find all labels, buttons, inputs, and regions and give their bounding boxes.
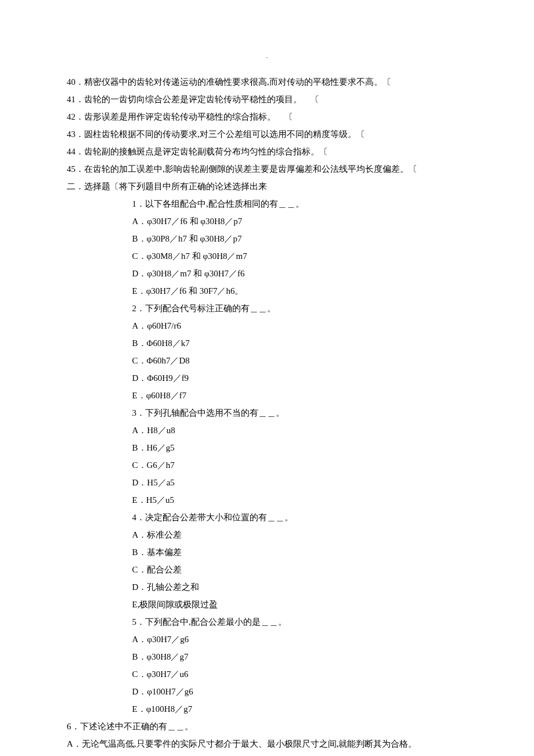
q6-option-a: A．无论气温高低,只要零件的实际尺寸都介于最大、最小极限尺寸之间,就能判断其为合… — [67, 735, 467, 753]
q2-option-a: A．φ60H7/r6 — [67, 317, 467, 334]
q1-option-e: E．φ30H7／f6 和 30F7／h6。 — [67, 282, 467, 300]
q2-option-b: B．Φ60H8／k7 — [67, 334, 467, 352]
document-page: . 40．精密仪器中的齿轮对传递运动的准确性要求很高,而对传动的平稳性要求不高。… — [0, 0, 534, 756]
q3-option-a: A．H8／u8 — [67, 422, 467, 439]
q3-option-c: C．G6／h7 — [67, 456, 467, 474]
tf-item-41: 41．齿轮的一齿切向综合公差是评定齿轮传动平稳性的项目。 〔 — [67, 91, 467, 108]
q1-option-d: D．φ30H8／m7 和 φ30H7／f6 — [67, 265, 467, 282]
q5-option-d: D．φ100H7／g6 — [67, 683, 467, 700]
header-dot: . — [67, 52, 467, 59]
q5-stem: 5．下列配合中,配合公差最小的是＿＿。 — [67, 613, 467, 631]
q1-option-a: A．φ30H7／f6 和 φ30H8／p7 — [67, 213, 467, 230]
tf-item-40: 40．精密仪器中的齿轮对传递运动的准确性要求很高,而对传动的平稳性要求不高。〔 — [67, 73, 467, 91]
q2-option-d: D．Φ60H9／f9 — [67, 369, 467, 387]
section-header-mc: 二．选择题〔将下列题目中所有正确的论述选择出来 — [67, 178, 467, 195]
q3-option-b: B．H6／g5 — [67, 439, 467, 456]
q4-option-e: E,极限间隙或极限过盈 — [67, 596, 467, 613]
q1-option-b: B．φ30P8／h7 和 φ30H8／p7 — [67, 230, 467, 247]
q5-option-a: A．φ30H7／g6 — [67, 631, 467, 648]
q5-option-b: B．φ30H8／g7 — [67, 648, 467, 665]
q4-option-b: B．基本偏差 — [67, 543, 467, 561]
q5-option-c: C．φ30H7／u6 — [67, 665, 467, 683]
q4-option-c: C．配合公差 — [67, 561, 467, 578]
q1-stem: 1．以下各组配合中,配合性质相同的有＿＿。 — [67, 195, 467, 213]
q1-option-c: C．φ30M8／h7 和 φ30H8／m7 — [67, 247, 467, 265]
q4-stem: 4．决定配合公差带大小和位置的有＿＿。 — [67, 509, 467, 526]
tf-item-42: 42．齿形误差是用作评定齿轮传动平稳性的综合指标。 〔 — [67, 108, 467, 125]
tf-item-43: 43．圆柱齿轮根据不同的传动要求,对三个公差组可以选用不同的精度等级。〔 — [67, 125, 467, 143]
q2-stem: 2．下列配合代号标注正确的有＿＿。 — [67, 300, 467, 317]
q4-option-d: D．孔轴公差之和 — [67, 578, 467, 596]
tf-item-45: 45．在齿轮的加工误差中,影响齿轮副侧隙的误差主要是齿厚偏差和公法线平均长度偏差… — [67, 160, 467, 178]
q2-option-e: E．φ60H8／f7 — [67, 387, 467, 404]
q5-option-e: E．φ100H8／g7 — [67, 700, 467, 718]
q6-option-b: B．一批零件的实际尺寸最大为 20．01mm,最小为 19．98mm,则可知该零… — [67, 753, 467, 756]
q4-option-a: A．标准公差 — [67, 526, 467, 543]
tf-item-44: 44．齿轮副的接触斑点是评定齿轮副载荷分布均匀性的综合指标。〔 — [67, 143, 467, 160]
q3-option-d: D．H5／a5 — [67, 474, 467, 491]
q6-stem: 6．下述论述中不正确的有＿＿。 — [67, 718, 467, 735]
q3-stem: 3．下列孔轴配合中选用不当的有＿＿。 — [67, 404, 467, 422]
q3-option-e: E．H5／u5 — [67, 491, 467, 509]
q2-option-c: C．Φ60h7／D8 — [67, 352, 467, 369]
